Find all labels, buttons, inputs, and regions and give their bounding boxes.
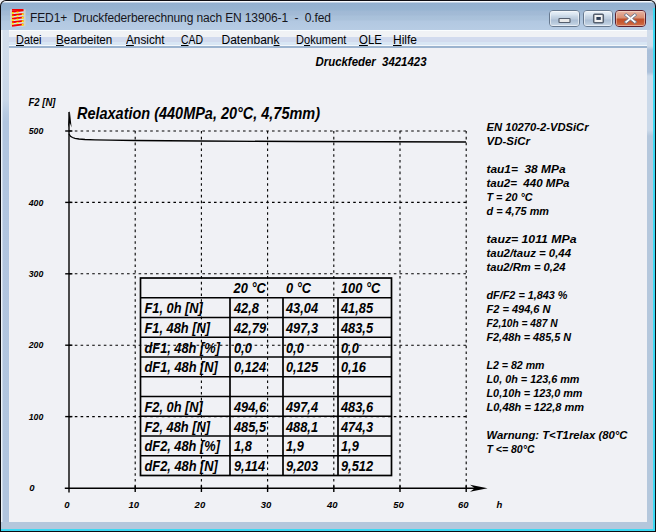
svg-text:300: 300 xyxy=(29,268,44,279)
svg-text:d = 4,75 mm: d = 4,75 mm xyxy=(487,204,550,217)
svg-text:F2,48h = 485,5 N: F2,48h = 485,5 N xyxy=(487,330,572,343)
svg-text:L2 = 82 mm: L2 = 82 mm xyxy=(487,358,545,371)
svg-text:474,3: 474,3 xyxy=(340,419,373,435)
svg-text:tauz= 1011 MPa: tauz= 1011 MPa xyxy=(487,232,578,245)
svg-text:F2, 0h [N]: F2, 0h [N] xyxy=(145,399,204,415)
svg-text:dF1, 48h [N]: dF1, 48h [N] xyxy=(145,359,219,375)
svg-text:Relaxation (440MPa, 20°C, 4,75: Relaxation (440MPa, 20°C, 4,75mm) xyxy=(77,104,320,122)
svg-text:497,4: 497,4 xyxy=(285,399,318,415)
svg-text:20 °C: 20 °C xyxy=(233,280,266,296)
svg-text:488,1: 488,1 xyxy=(285,419,318,435)
svg-text:h: h xyxy=(496,499,502,510)
svg-text:60: 60 xyxy=(458,499,469,510)
svg-text:100 °C: 100 °C xyxy=(341,280,381,296)
svg-text:dF2, 48h [N]: dF2, 48h [N] xyxy=(145,458,219,474)
svg-text:0: 0 xyxy=(29,482,35,493)
svg-text:Warnung: T<T1relax (80°C: Warnung: T<T1relax (80°C xyxy=(487,428,629,441)
svg-text:483,5: 483,5 xyxy=(340,320,374,336)
svg-text:40: 40 xyxy=(326,499,338,510)
svg-text:Druckfeder 3421423: Druckfeder 3421423 xyxy=(316,55,427,69)
svg-text:0,0: 0,0 xyxy=(234,340,252,356)
svg-text:L0,10h = 123,0 mm: L0,10h = 123,0 mm xyxy=(487,386,583,399)
svg-text:VD-SiCr: VD-SiCr xyxy=(487,134,532,147)
svg-text:485,5: 485,5 xyxy=(233,419,267,435)
svg-text:1,9: 1,9 xyxy=(286,438,305,454)
svg-text:0,125: 0,125 xyxy=(286,359,319,375)
svg-text:41,85: 41,85 xyxy=(340,300,374,316)
svg-text:F2 [N]: F2 [N] xyxy=(29,96,56,108)
svg-text:9,512: 9,512 xyxy=(341,458,373,474)
svg-text:dF/F2 = 1,843 %: dF/F2 = 1,843 % xyxy=(487,288,568,301)
svg-text:1,8: 1,8 xyxy=(234,438,253,454)
svg-text:L0,48h = 122,8 mm: L0,48h = 122,8 mm xyxy=(487,400,585,413)
svg-text:100: 100 xyxy=(29,411,44,422)
svg-text:0,0: 0,0 xyxy=(286,340,304,356)
svg-text:0 °C: 0 °C xyxy=(286,280,311,296)
svg-text:tau2= 440 MPa: tau2= 440 MPa xyxy=(487,176,571,189)
svg-text:tau2/tauz = 0,44: tau2/tauz = 0,44 xyxy=(487,246,572,259)
svg-text:F2,10h = 487 N: F2,10h = 487 N xyxy=(487,316,559,329)
svg-text:F1, 48h [N]: F1, 48h [N] xyxy=(145,320,211,336)
svg-text:50: 50 xyxy=(393,499,404,510)
svg-text:200: 200 xyxy=(28,339,44,350)
svg-text:T = 20 °C: T = 20 °C xyxy=(487,190,534,203)
svg-text:dF1, 48h [%]: dF1, 48h [%] xyxy=(145,340,221,356)
svg-text:494,6: 494,6 xyxy=(233,399,267,415)
svg-text:9,203: 9,203 xyxy=(286,458,318,474)
svg-text:10: 10 xyxy=(128,499,139,510)
svg-text:42,79: 42,79 xyxy=(233,320,267,336)
svg-text:1,9: 1,9 xyxy=(341,438,360,454)
svg-text:9,114: 9,114 xyxy=(234,458,265,474)
svg-text:0,0: 0,0 xyxy=(341,340,359,356)
svg-text:F1, 0h [N]: F1, 0h [N] xyxy=(145,300,204,316)
svg-text:30: 30 xyxy=(261,499,272,510)
svg-text:L0, 0h = 123,6 mm: L0, 0h = 123,6 mm xyxy=(487,372,580,385)
svg-text:0,124: 0,124 xyxy=(234,359,266,375)
svg-text:T <= 80°C: T <= 80°C xyxy=(487,442,536,455)
svg-text:43,04: 43,04 xyxy=(285,300,318,316)
svg-text:F2 = 494,6 N: F2 = 494,6 N xyxy=(487,302,552,315)
svg-text:F2, 48h [N]: F2, 48h [N] xyxy=(145,419,211,435)
svg-text:42,8: 42,8 xyxy=(233,300,260,316)
svg-text:400: 400 xyxy=(28,197,44,208)
svg-text:497,3: 497,3 xyxy=(285,320,318,336)
svg-text:EN 10270-2-VDSiCr: EN 10270-2-VDSiCr xyxy=(487,120,590,133)
svg-text:500: 500 xyxy=(29,125,44,136)
svg-text:tau2/Rm = 0,24: tau2/Rm = 0,24 xyxy=(487,260,567,273)
svg-text:20: 20 xyxy=(194,499,206,510)
svg-text:0: 0 xyxy=(64,499,70,510)
svg-text:0,16: 0,16 xyxy=(341,359,367,375)
svg-text:483,6: 483,6 xyxy=(340,399,374,415)
svg-text:tau1= 38 MPa: tau1= 38 MPa xyxy=(487,162,567,175)
svg-text:dF2, 48h [%]: dF2, 48h [%] xyxy=(145,438,221,454)
